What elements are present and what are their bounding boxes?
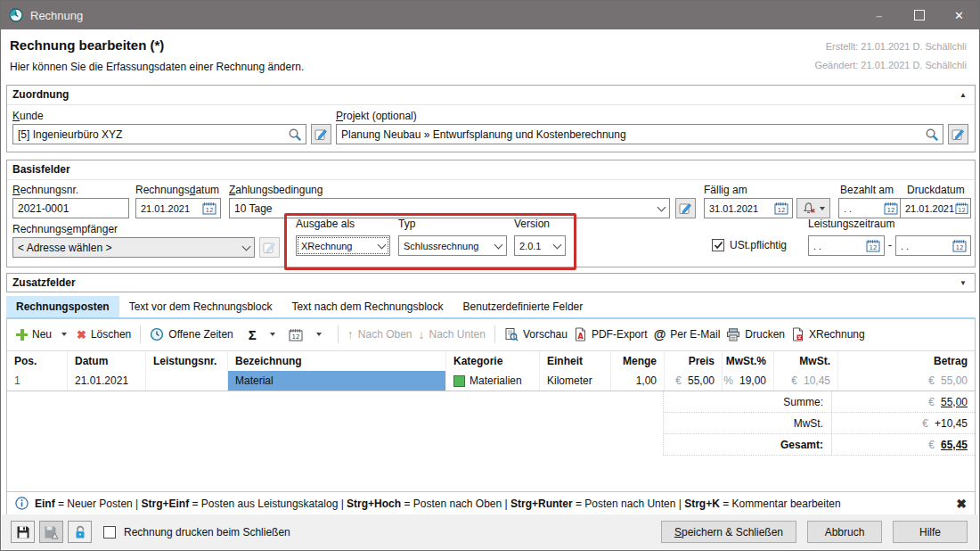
sum-button[interactable]: Σ: [249, 327, 257, 342]
table-row[interactable]: 1 21.01.2021 Material Materialien Kilome…: [7, 371, 975, 391]
xrechnung-button[interactable]: XRechnung: [791, 327, 865, 341]
chevron-down-icon[interactable]: [820, 207, 825, 210]
unlock-button[interactable]: [68, 521, 92, 543]
col-leistungsnr[interactable]: Leistungsnr.: [146, 351, 228, 371]
col-pos[interactable]: Pos.: [7, 351, 68, 371]
chevron-down-icon[interactable]: [241, 243, 250, 252]
cell-mwst[interactable]: €10,45: [774, 371, 838, 391]
col-betrag[interactable]: Betrag: [838, 351, 975, 371]
print-button[interactable]: Drucken: [726, 328, 785, 341]
email-button[interactable]: @ Per E-Mail: [654, 327, 721, 341]
calendar-tool-button[interactable]: 12: [289, 328, 303, 341]
col-mwst-pct[interactable]: MwSt.%: [723, 351, 774, 371]
chevron-down-icon[interactable]: [377, 242, 386, 251]
cell-betrag[interactable]: €55,00: [838, 371, 975, 391]
maximize-button[interactable]: [899, 1, 939, 29]
version-combo[interactable]: 2.0.1: [514, 235, 566, 256]
col-mwst[interactable]: MwSt.: [774, 351, 838, 371]
save-button[interactable]: [11, 521, 35, 543]
typ-combo[interactable]: Schlussrechnung: [398, 235, 507, 256]
calendar-icon[interactable]: 12: [774, 201, 788, 215]
kunde-input[interactable]: [5] Ingenieurbüro XYZ: [12, 124, 306, 144]
rechnungsempfaenger-edit-button[interactable]: [259, 237, 280, 258]
collapse-down-icon[interactable]: ▼: [960, 274, 967, 292]
leistungszeitraum-bis-input[interactable]: . . 12: [895, 235, 971, 256]
col-menge[interactable]: Menge: [611, 351, 665, 371]
tab-text-nach-rechnungsblock[interactable]: Text nach dem Rechnungsblock: [282, 296, 453, 317]
col-datum[interactable]: Datum: [68, 351, 146, 371]
move-up-button[interactable]: ↑ Nach Oben: [347, 327, 412, 341]
projekt-input[interactable]: Planung Neubau » Entwurfsplanung und Kos…: [336, 124, 943, 144]
cell-bezeichnung-selected[interactable]: Material: [228, 371, 446, 391]
reminder-split-button[interactable]: [796, 198, 830, 218]
tab-rechnungsposten[interactable]: Rechnungsposten: [6, 296, 119, 317]
minimize-button[interactable]: –: [859, 1, 899, 29]
hint-close-icon[interactable]: ✖: [956, 497, 967, 511]
bezahlt-input[interactable]: . . 12: [838, 198, 902, 218]
cancel-button[interactable]: Abbruch: [807, 521, 882, 543]
collapse-up-icon[interactable]: ▲: [960, 86, 967, 104]
sum-dropdown-arrow-icon[interactable]: [270, 333, 275, 336]
cell-pos[interactable]: 1: [7, 371, 68, 391]
save-warning-button[interactable]: [39, 521, 63, 543]
cell-kategorie[interactable]: Materialien: [446, 371, 540, 391]
kunde-label: Kunde: [12, 110, 44, 122]
col-kategorie[interactable]: Kategorie: [446, 351, 540, 371]
close-button[interactable]: ✕: [939, 1, 979, 29]
ausgabe-als-combo[interactable]: XRechnung: [296, 235, 390, 256]
calendar-icon[interactable]: 12: [884, 201, 898, 215]
calendar-icon[interactable]: 12: [955, 201, 968, 215]
cell-menge[interactable]: 1,00: [611, 371, 665, 391]
cell-mwst-pct[interactable]: %19,00: [723, 371, 774, 391]
zusatzfelder-groupbox: Zusatzfelder ▼: [6, 273, 976, 292]
delete-button[interactable]: ✖ Löschen: [77, 328, 131, 341]
calendar-icon[interactable]: 12: [952, 239, 967, 252]
col-preis[interactable]: Preis: [665, 351, 723, 371]
leistungszeitraum-von-input[interactable]: . . 12: [808, 235, 885, 256]
col-einheit[interactable]: Einheit: [540, 351, 611, 371]
chevron-down-icon[interactable]: [494, 242, 502, 251]
cell-einheit[interactable]: Kilometer: [540, 371, 611, 391]
move-down-button[interactable]: ↓ Nach Unten: [419, 327, 486, 341]
projekt-edit-button[interactable]: [948, 124, 968, 144]
calendar-dropdown-arrow-icon[interactable]: [316, 333, 322, 336]
cell-leistungsnr[interactable]: [146, 371, 228, 391]
tab-benutzerdefinierte-felder[interactable]: Benutzerdefinierte Felder: [453, 296, 593, 317]
col-bezeichnung[interactable]: Bezeichnung: [228, 351, 446, 371]
checkbox-checked-icon[interactable]: [712, 239, 724, 251]
search-icon[interactable]: [288, 127, 302, 142]
faellig-input[interactable]: 31.01.2021 12: [704, 198, 793, 218]
tab-text-vor-rechnungsblock[interactable]: Text vor dem Rechnungsblock: [119, 296, 282, 317]
zahlungsbedingung-combo[interactable]: 10 Tage: [229, 198, 670, 218]
new-button[interactable]: Neu: [16, 328, 52, 341]
search-icon[interactable]: [925, 127, 939, 142]
druckdatum-value: 21.01.2021: [905, 203, 955, 214]
open-times-button[interactable]: Offene Zeiten: [150, 327, 233, 341]
calendar-icon[interactable]: 12: [202, 201, 216, 215]
preview-button[interactable]: Vorschau: [504, 327, 568, 341]
help-button[interactable]: Hilfe: [893, 521, 968, 543]
rechnungsdatum-label: Rechnungsdatum: [135, 184, 219, 196]
zahlungsbedingung-edit-button[interactable]: [675, 198, 696, 218]
print-on-close-checkbox[interactable]: [103, 526, 116, 539]
cell-preis[interactable]: €55,00: [665, 371, 723, 391]
kunde-edit-button[interactable]: [311, 124, 331, 144]
rechnungsdatum-input[interactable]: 21.01.2021 12: [135, 198, 221, 218]
chevron-down-icon[interactable]: [657, 204, 666, 213]
rechnungsempfaenger-combo[interactable]: < Adresse wählen >: [12, 237, 255, 258]
zuordnung-title: Zuordnung: [12, 88, 69, 101]
new-dropdown-arrow-icon[interactable]: [61, 333, 67, 336]
ust-pflichtig-checkbox[interactable]: USt.pflichtig: [712, 239, 787, 251]
calendar-icon[interactable]: 12: [866, 239, 880, 252]
preis-value: 55,00: [688, 374, 715, 387]
chevron-down-icon[interactable]: [552, 242, 561, 251]
pdf-export-button[interactable]: A PDF-Export: [574, 327, 648, 341]
save-and-close-button[interactable]: Speichern & Schließen: [661, 521, 796, 543]
new-label: Neu: [32, 328, 52, 341]
mwst-pct-value: 19,00: [739, 374, 766, 387]
rechnungsnr-input[interactable]: 2021-0001: [12, 198, 129, 218]
print-on-close-label: Rechnung drucken beim Schließen: [124, 526, 290, 539]
shortcut-hints: Einf = Neuer Posten | Strg+Einf = Posten…: [35, 498, 841, 510]
druckdatum-input[interactable]: 21.01.2021 12: [900, 198, 971, 218]
cell-datum[interactable]: 21.01.2021: [68, 371, 146, 391]
